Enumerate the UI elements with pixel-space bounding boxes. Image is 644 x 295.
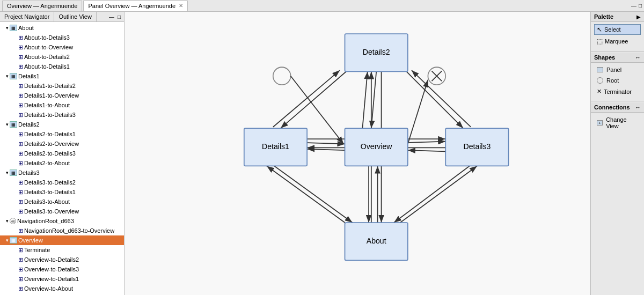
svg-text:Details3: Details3 <box>463 142 491 151</box>
palette-tools-section: ↖ Select ⬚ Marquee <box>591 22 644 50</box>
canvas-area[interactable]: Details2 Details1 Overview Details3 Abou… <box>125 12 590 295</box>
panel-tab-bar: Project Navigator Outline View — □ <box>0 12 124 22</box>
tab-project-navigator-label: Project Navigator <box>4 13 49 20</box>
tree-item-details2-to-details3[interactable]: ⊞Details2-to-Details3 <box>0 149 124 158</box>
tree-label-details1-to-about: Details1-to-About <box>24 102 70 108</box>
palette-marquee-tool[interactable]: ⬚ Marquee <box>594 36 641 47</box>
tree-item-terminate[interactable]: ⊞Terminate <box>0 245 124 255</box>
tree-toggle-about[interactable]: ▾ <box>4 25 10 31</box>
tree-label-details1: Details1 <box>18 73 40 79</box>
tree-item-about-to-overview[interactable]: ⊞About-to-Overview <box>0 42 124 52</box>
tree-toggle-overview[interactable]: ▾ <box>4 238 10 243</box>
svg-text:Details2: Details2 <box>363 48 390 56</box>
tree-item-navroot-to-overview[interactable]: ⊞NavigationRoot_d663-to-Overview <box>0 226 124 235</box>
tab-close-icon[interactable]: ✕ <box>179 3 183 9</box>
tab-outline-view[interactable]: Outline View <box>54 12 97 21</box>
tree-label-details2-to-details3: Details2-to-Details3 <box>24 150 76 157</box>
tree-item-about-to-details1[interactable]: ⊞About-to-Details1 <box>0 62 124 71</box>
panel-tab-icons: — □ <box>107 12 124 21</box>
tree-toggle-details2[interactable]: ▾ <box>4 122 10 127</box>
terminator-shape-label: Terminator <box>604 88 632 95</box>
tree-item-overview-to-about[interactable]: ⊞Overview-to-About <box>0 284 124 293</box>
tree-item-details2-to-overview[interactable]: ⊞Details2-to-Overview <box>0 139 124 149</box>
left-panel: Project Navigator Outline View — □ ▾▦Abo… <box>0 12 125 295</box>
tree-label-navigationroot: NavigationRoot_d663 <box>17 218 74 224</box>
tree-item-details2-to-about[interactable]: ⊞Details2-to-About <box>0 158 124 168</box>
tree-label-about-to-details1: About-to-Details1 <box>24 63 70 70</box>
maximize-panel-icon[interactable]: □ <box>115 13 123 20</box>
shapes-collapse-icon[interactable]: ↔ <box>635 54 641 61</box>
tree-label-details3: Details3 <box>18 169 40 176</box>
tab-overview-angermuende[interactable]: Overview — Angermuende <box>2 1 82 11</box>
tree-item-details2-to-details1[interactable]: ⊞Details2-to-Details1 <box>0 129 124 139</box>
max-icon[interactable]: □ <box>639 3 642 9</box>
tree-item-about[interactable]: ▾▦About <box>0 23 124 33</box>
tree-item-details3-to-details1[interactable]: ⊞Details3-to-Details1 <box>0 187 124 197</box>
palette-connections-header: Connections ↔ <box>591 102 644 113</box>
app-container: Overview — Angermuende Panel Overview — … <box>0 0 644 295</box>
tree-toggle-details1[interactable]: ▾ <box>4 73 10 79</box>
tree-item-about-to-details2[interactable]: ⊞About-to-Details2 <box>0 52 124 62</box>
tree-item-details3[interactable]: ▾▦Details3 <box>0 168 124 178</box>
tree-label-details3-to-details2: Details3-to-Details2 <box>24 179 76 186</box>
tab-project-navigator[interactable]: Project Navigator <box>0 12 54 21</box>
connections-collapse-icon[interactable]: ↔ <box>635 104 641 110</box>
palette-panel-shape[interactable]: Panel <box>594 65 641 75</box>
tree-item-details3-to-details2[interactable]: ⊞Details3-to-Details2 <box>0 178 124 187</box>
palette-collapse-icon[interactable]: ▶ <box>636 14 641 20</box>
tab-panel-label: Panel Overview — Angermuende <box>88 3 175 9</box>
tree-item-details2[interactable]: ▾▦Details2 <box>0 120 124 129</box>
tree-label-about-to-details3: About-to-Details3 <box>24 34 70 41</box>
tree-item-details1-to-details3[interactable]: ⊞Details1-to-Details3 <box>0 110 124 120</box>
tree-label-details2: Details2 <box>18 121 40 128</box>
svg-line-14 <box>267 166 345 223</box>
palette-divider-1 <box>591 51 644 51</box>
palette-change-view[interactable]: + Change View <box>594 115 641 131</box>
tree-item-details1[interactable]: ▾▦Details1 <box>0 71 124 81</box>
panel-icon <box>597 67 603 72</box>
tree-item-about-to-details3[interactable]: ⊞About-to-Details3 <box>0 33 124 42</box>
tree-item-overview-to-details2[interactable]: ⊞Overview-to-Details2 <box>0 255 124 264</box>
palette-divider-2 <box>591 101 644 101</box>
svg-line-17 <box>394 166 470 223</box>
palette-title: Palette <box>594 13 613 20</box>
palette-connections-section: + Change View <box>591 113 644 134</box>
tree-item-details1-to-overview[interactable]: ⊞Details1-to-Overview <box>0 91 124 100</box>
palette-select-tool[interactable]: ↖ Select <box>594 24 641 35</box>
tree-label-details2-to-overview: Details2-to-Overview <box>24 141 79 147</box>
minimize-panel-icon[interactable]: — <box>108 13 115 20</box>
tree-item-details3-to-about[interactable]: ⊞Details3-to-About <box>0 197 124 206</box>
svg-line-1 <box>371 71 376 128</box>
tree-label-about: About <box>18 25 34 31</box>
tree-item-details1-to-about[interactable]: ⊞Details1-to-About <box>0 100 124 110</box>
tree-item-overview-to-details1[interactable]: ⊞Overview-to-Details1 <box>0 274 124 284</box>
svg-line-19 <box>408 142 445 143</box>
tree-item-details3-to-overview[interactable]: ⊞Details3-to-Overview <box>0 206 124 216</box>
tab-panel-overview[interactable]: Panel Overview — Angermuende ✕ <box>83 1 188 11</box>
palette-shapes-section: Panel Root ✕ Terminator <box>591 63 644 100</box>
tree-item-overview[interactable]: ▾▦Overview <box>0 235 124 245</box>
right-panel: Palette ▶ ↖ Select ⬚ Marquee Shapes ↔ <box>590 12 644 295</box>
tree-label-overview-to-details2: Overview-to-Details2 <box>24 256 79 263</box>
tree-item-navigationroot[interactable]: ▾◎NavigationRoot_d663 <box>0 216 124 226</box>
svg-line-26 <box>408 80 428 144</box>
svg-text:Details1: Details1 <box>262 142 289 151</box>
svg-line-6 <box>412 70 471 127</box>
tree-label-details1-to-details2: Details1-to-Details2 <box>24 83 76 89</box>
tab-outline-label: Outline View <box>58 13 92 20</box>
shapes-section-label: Shapes <box>594 54 615 61</box>
diagram-svg: Details2 Details1 Overview Details3 Abou… <box>125 12 590 295</box>
svg-text:About: About <box>367 237 386 245</box>
tree-toggle-navigationroot[interactable]: ▾ <box>4 218 10 224</box>
tree-label-details3-to-details1: Details3-to-Details1 <box>24 189 76 195</box>
cursor-icon: ↖ <box>597 26 602 33</box>
tree-toggle-details3[interactable]: ▾ <box>4 170 10 175</box>
palette-terminator-shape[interactable]: ✕ Terminator <box>594 86 641 97</box>
tree-label-overview-to-details3: Overview-to-Details3 <box>24 266 79 272</box>
svg-line-2 <box>362 71 367 128</box>
tree-item-details1-to-details2[interactable]: ⊞Details1-to-Details2 <box>0 81 124 91</box>
palette-root-shape[interactable]: Root <box>594 76 641 85</box>
tree-item-overview-to-details3[interactable]: ⊞Overview-to-Details3 <box>0 264 124 274</box>
min-icon[interactable]: — <box>631 3 636 9</box>
terminator-icon: ✕ <box>597 88 602 95</box>
